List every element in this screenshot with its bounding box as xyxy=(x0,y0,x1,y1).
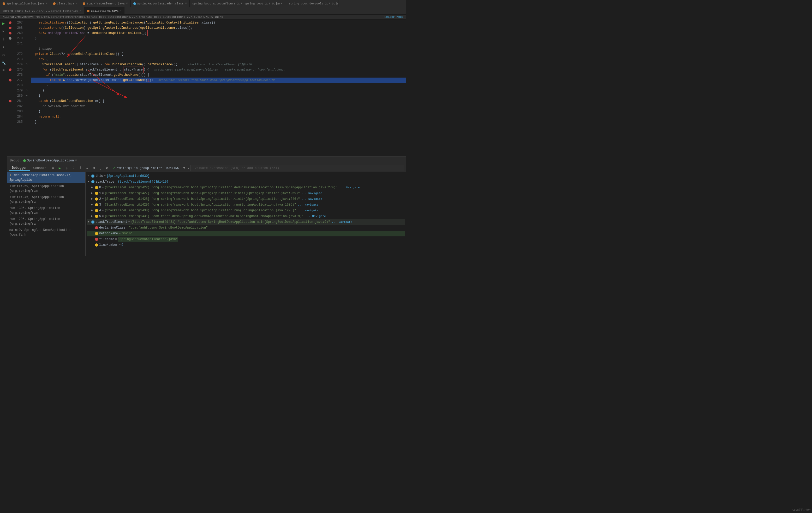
tab-icon-collections xyxy=(87,10,89,12)
expand-st-3[interactable]: ▶ xyxy=(91,202,95,207)
var-row-stacktrace[interactable]: ▼ stackTrace = {StackTraceElement[6]@141… xyxy=(87,179,405,185)
var-row-method-name[interactable]: methodName = "main" xyxy=(87,231,405,236)
bp-269[interactable] xyxy=(7,31,13,36)
tab-spring-devtools[interactable]: spring-boot-devtools-2.7.5.jar/.../sprin… xyxy=(286,0,339,7)
code-line-usage: 1 usage xyxy=(31,46,406,51)
frame-5[interactable]: main:9, SpringBootDemoApplication (com.f… xyxy=(7,227,85,238)
debug-tab-console[interactable]: Console xyxy=(31,166,49,170)
var-row-st-4[interactable]: ▶ 4 = {StackTraceElement@1430} "org.spri… xyxy=(87,208,405,213)
navigate-st-4[interactable]: ... Navigate xyxy=(298,208,318,213)
filter-dropdown[interactable]: ▾ xyxy=(187,166,190,170)
var-row-st-1[interactable]: ▶ 1 = {StackTraceElement@1427} "org.spri… xyxy=(87,190,405,196)
tab-close-spring-app[interactable]: × xyxy=(46,2,48,5)
bp-271 xyxy=(7,41,13,46)
left-sidebar: ▶ ⏯ ⤵ ⤹ ⚙ 🔧 ≡ xyxy=(0,20,7,256)
debug-btn-stepover[interactable]: ⤵ xyxy=(64,165,69,171)
dot-filename xyxy=(95,238,98,241)
debug-label: Debug: xyxy=(10,159,21,162)
expand-ste[interactable]: ▼ xyxy=(88,220,91,224)
expand-this[interactable]: ▶ xyxy=(88,174,91,179)
debug-btn-stepout[interactable]: ⤴ xyxy=(77,165,83,171)
debug-btn-stepinto[interactable]: ⤹ xyxy=(70,165,76,171)
frame-0[interactable]: ⚬ deduceMainApplicationClass:277, Spring… xyxy=(7,172,85,183)
tools-sidebar-icon[interactable]: 🔧 xyxy=(1,60,6,65)
code-line-278: } xyxy=(31,83,406,88)
bp-273 xyxy=(7,57,13,62)
frame-2[interactable]: <init>:246, SpringApplication (org.sprin… xyxy=(7,194,85,205)
frame-4[interactable]: run:1295, SpringApplication (org.springf… xyxy=(7,216,85,227)
bp-279 xyxy=(7,88,13,93)
debug-btn-runtocursor[interactable]: ⇥ xyxy=(84,165,90,171)
run-icon[interactable]: ▶ xyxy=(1,21,6,26)
tab-collections[interactable]: Collections.java × xyxy=(84,7,124,15)
bp-274 xyxy=(7,62,13,67)
expand-st-2[interactable]: ▶ xyxy=(91,197,95,201)
tab-spring-beans[interactable]: spring-beans-5.3.23.jar/.../spring.facto… xyxy=(0,7,84,15)
filter-icon[interactable]: ▼ xyxy=(183,166,185,170)
code-line-268: setListeners((Collection) getSpringFacto… xyxy=(31,25,406,31)
tab-stack-trace[interactable]: StackTraceElement.java × xyxy=(80,0,130,7)
tab-spring-factories2[interactable]: spring-boot-2.7.5.jar/.../spring.factori… xyxy=(242,0,286,7)
bp-277[interactable] xyxy=(7,78,13,83)
dot-st-2 xyxy=(95,197,98,200)
settings-sidebar-icon[interactable]: ⚙ xyxy=(1,52,6,58)
debug-close[interactable]: × xyxy=(75,159,77,162)
tab-spring-app[interactable]: SpringApplication.java × xyxy=(0,0,50,7)
expand-st-5[interactable]: ▶ xyxy=(91,214,95,219)
tab-close-stack-trace[interactable]: × xyxy=(126,2,128,5)
debug-btn-threads[interactable]: ⋮ xyxy=(97,165,103,171)
bp-278 xyxy=(7,83,13,88)
var-row-st-2[interactable]: ▶ 2 = {StackTraceElement@1428} "org.spri… xyxy=(87,196,405,202)
debug-resume-icon[interactable]: ⏯ xyxy=(1,28,6,34)
navigate-st-2[interactable]: ... Navigate xyxy=(301,197,322,201)
tab-spring-factories1[interactable]: spring-boot-autoconfigure-2.7.5.jar/.../… xyxy=(190,0,242,7)
expand-stacktrace[interactable]: ▼ xyxy=(88,180,91,184)
tab-close-spring-beans[interactable]: × xyxy=(80,9,81,12)
expand-st-1[interactable]: ▶ xyxy=(91,191,95,196)
var-row-ste[interactable]: ▼ stackTraceElement = {StackTraceElement… xyxy=(87,219,405,225)
code-line-279: } xyxy=(31,88,406,93)
var-row-declaring-class[interactable]: declaringClass = "com.fanhf.demo.SpringB… xyxy=(87,225,405,231)
step-over-sidebar-icon[interactable]: ⤵ xyxy=(1,36,6,42)
debug-btn-evaluate[interactable]: ⊞ xyxy=(91,165,96,171)
bp-270[interactable] xyxy=(7,36,13,41)
var-row-this[interactable]: ▶ this = {SpringApplication@930} xyxy=(87,173,405,179)
expand-st-4[interactable]: ▶ xyxy=(91,208,95,213)
var-row-line-number[interactable]: lineNumber = 9 xyxy=(87,242,405,248)
var-row-st-3[interactable]: ▶ 3 = {StackTraceElement@1429} "org.spri… xyxy=(87,202,405,208)
navigate-st-3[interactable]: ... Navigate xyxy=(298,202,318,207)
tab-bar-row1: SpringApplication.java × Class.java × St… xyxy=(0,0,406,7)
reader-mode-button[interactable]: Reader Mode xyxy=(384,16,403,19)
frame-3[interactable]: run:1306, SpringApplication (org.springf… xyxy=(7,205,85,216)
bp-267[interactable] xyxy=(7,20,13,25)
navigate-st-0[interactable]: ... Navigate xyxy=(339,185,359,190)
bp-285 xyxy=(7,119,13,125)
bp-276 xyxy=(7,72,13,78)
var-row-st-0[interactable]: ▶ 0 = {StackTraceElement@1422} "org.spri… xyxy=(87,185,405,190)
navigate-ste[interactable]: ... Navigate xyxy=(331,220,352,224)
tab-factories-loader[interactable]: SpringFactoriesLoader.class × xyxy=(131,0,190,7)
tab-class[interactable]: Class.java × xyxy=(50,0,80,7)
expand-st-0[interactable]: ▶ xyxy=(91,185,95,190)
fold-gutter: − ○ ○ − − xyxy=(25,20,28,125)
tab-close-class[interactable]: × xyxy=(76,2,77,5)
tab-close-collections[interactable]: × xyxy=(120,9,122,12)
frame-1[interactable]: <init>:269, SpringApplication (org.sprin… xyxy=(7,183,85,194)
debug-btn-settings[interactable]: ⚙ xyxy=(105,165,110,171)
bp-275[interactable] xyxy=(7,67,13,72)
debug-btn-resume[interactable]: ▶ xyxy=(57,165,63,171)
debug-tab-debugger[interactable]: Debugger xyxy=(9,166,30,171)
step-in-sidebar-icon[interactable]: ⤹ xyxy=(1,44,6,50)
navigate-st-1[interactable]: ... Navigate xyxy=(301,191,322,196)
tab-close-factories-loader[interactable]: × xyxy=(185,2,187,5)
bp-281[interactable] xyxy=(7,99,13,104)
debug-title-bar: Debug: SpringBootDemoApplication × xyxy=(7,157,406,164)
navigate-st-5[interactable]: ... Navigate xyxy=(305,214,326,219)
var-row-st-5[interactable]: ▶ 5 = {StackTraceElement@1431} "com.fanh… xyxy=(87,213,405,219)
structure-sidebar-icon[interactable]: ≡ xyxy=(1,68,6,73)
var-row-file-name[interactable]: fileName = "SpringBootDemoApplication.ja… xyxy=(87,236,405,242)
eval-bar[interactable]: Evaluate expression (⌥F8) or add a watch… xyxy=(191,165,404,171)
bp-282 xyxy=(7,104,13,109)
debug-btn-frames[interactable]: ≡ xyxy=(50,165,56,171)
bp-268[interactable] xyxy=(7,25,13,31)
